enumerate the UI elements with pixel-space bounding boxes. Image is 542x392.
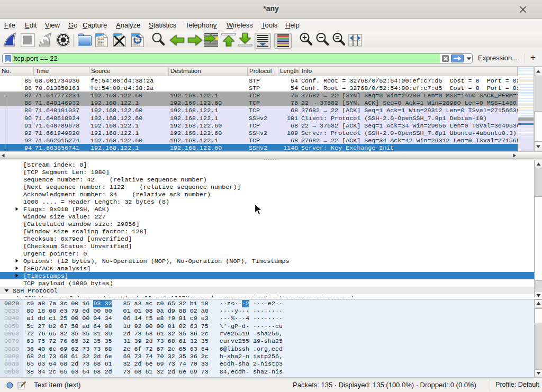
svg-text:0011: 0011 [133,43,140,47]
svg-text:0011: 0011 [97,43,104,47]
